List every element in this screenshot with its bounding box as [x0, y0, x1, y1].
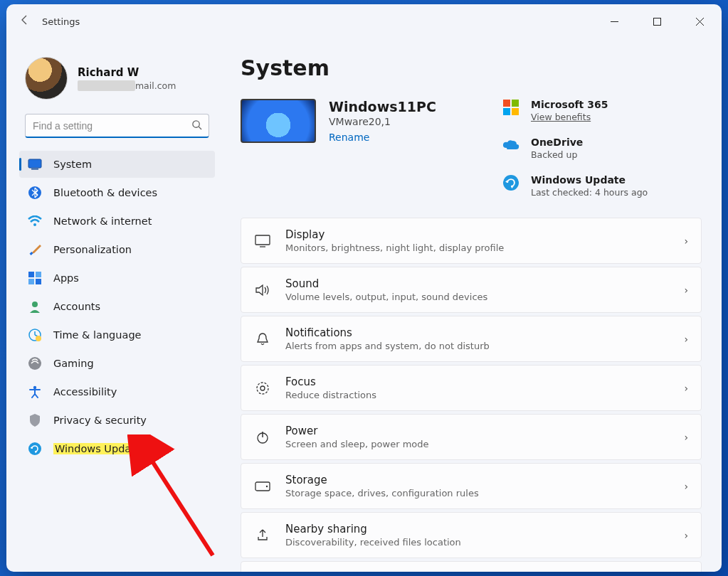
svg-rect-7 — [28, 272, 34, 277]
main-panel: System Windows11PC VMware20,1 Rename Mic… — [223, 38, 722, 572]
setting-sub: Reduce distractions — [285, 390, 670, 400]
setting-nearby-sharing[interactable]: Nearby sharingDiscoverability, received … — [241, 512, 702, 558]
maximize-button[interactable] — [640, 10, 673, 33]
setting-sub: Discoverability, received files location — [285, 537, 670, 548]
sidebar-item-label: Bluetooth & devices — [53, 187, 157, 198]
bluetooth-icon — [28, 186, 42, 200]
sidebar-item-label: System — [53, 159, 92, 170]
svg-rect-9 — [28, 279, 34, 284]
shield-icon — [28, 413, 42, 427]
sidebar-item-time-language[interactable]: Time & language — [19, 321, 215, 348]
setting-title: Power — [285, 425, 670, 437]
setting-sub: Screen and sleep, power mode — [285, 439, 670, 449]
update-icon — [28, 442, 42, 456]
setting-title: Sound — [285, 277, 670, 290]
paintbrush-icon — [28, 242, 42, 257]
sidebar-item-privacy[interactable]: Privacy & security — [19, 407, 215, 434]
sound-icon — [254, 284, 271, 297]
tile-onedrive[interactable]: OneDrive Backed up — [531, 137, 702, 160]
setting-title: Nearby sharing — [285, 523, 670, 535]
gaming-icon — [28, 356, 42, 370]
svg-rect-8 — [36, 272, 41, 277]
chevron-right-icon: › — [684, 530, 688, 541]
system-icon — [28, 157, 42, 171]
sidebar-item-personalization[interactable]: Personalization — [19, 236, 215, 263]
setting-title: Display — [285, 228, 670, 241]
power-icon — [254, 430, 271, 444]
sidebar-item-label: Personalization — [53, 244, 132, 255]
svg-point-23 — [266, 485, 268, 486]
app-title: Settings — [42, 16, 80, 27]
profile-block[interactable]: Richard W ████████mail.com — [19, 53, 215, 112]
settings-window: Settings Richard W ████████mail.com — [6, 4, 722, 572]
sidebar-item-label: Windows Update — [53, 443, 143, 454]
microsoft-logo-icon — [502, 99, 519, 116]
setting-focus[interactable]: FocusReduce distractions › — [241, 365, 702, 411]
chevron-right-icon: › — [684, 235, 688, 247]
setting-power[interactable]: PowerScreen and sleep, power mode › — [241, 414, 702, 460]
tile-sub[interactable]: View benefits — [531, 112, 702, 122]
setting-sub: Storage space, drives, configuration rul… — [285, 488, 670, 498]
svg-point-13 — [36, 336, 41, 341]
svg-rect-0 — [653, 18, 660, 25]
avatar — [25, 57, 68, 100]
sidebar-item-label: Accounts — [53, 301, 100, 312]
setting-notifications[interactable]: NotificationsAlerts from apps and system… — [241, 316, 702, 362]
sidebar-item-gaming[interactable]: Gaming — [19, 350, 215, 377]
sidebar-item-label: Accessibility — [53, 386, 117, 398]
sidebar-item-label: Gaming — [53, 358, 94, 369]
nav-list: System Bluetooth & devices Network & int… — [19, 151, 215, 462]
device-thumbnail[interactable] — [241, 99, 316, 143]
share-icon — [254, 528, 271, 543]
sidebar-item-accounts[interactable]: Accounts — [19, 293, 215, 320]
sidebar-item-system[interactable]: System — [19, 151, 215, 178]
onedrive-icon — [502, 137, 519, 154]
svg-point-5 — [33, 223, 36, 226]
close-button[interactable] — [683, 10, 716, 33]
settings-list: DisplayMonitors, brightness, night light… — [241, 218, 702, 572]
tile-ms365[interactable]: Microsoft 365 View benefits — [531, 99, 702, 122]
sidebar-item-windows-update[interactable]: Windows Update — [19, 435, 215, 462]
sidebar-item-network[interactable]: Network & internet — [19, 208, 215, 235]
sidebar: Richard W ████████mail.com System — [6, 38, 223, 572]
svg-point-1 — [193, 121, 199, 127]
setting-storage[interactable]: StorageStorage space, drives, configurat… — [241, 463, 702, 509]
tile-title: Microsoft 365 — [531, 99, 702, 110]
back-button[interactable] — [18, 14, 32, 28]
page-title: System — [241, 55, 702, 80]
sidebar-item-accessibility[interactable]: Accessibility — [19, 378, 215, 405]
setting-display[interactable]: DisplayMonitors, brightness, night light… — [241, 218, 702, 264]
tile-windows-update[interactable]: Windows Update Last checked: 4 hours ago — [531, 174, 702, 198]
chevron-right-icon: › — [684, 284, 688, 296]
globe-clock-icon — [28, 328, 42, 342]
accessibility-icon — [28, 385, 42, 399]
sidebar-item-bluetooth[interactable]: Bluetooth & devices — [19, 179, 215, 206]
sidebar-item-label: Privacy & security — [53, 415, 147, 426]
device-block: Windows11PC VMware20,1 Rename Microsoft … — [241, 99, 702, 198]
svg-point-11 — [32, 302, 38, 307]
svg-point-19 — [257, 383, 268, 394]
display-icon — [254, 235, 271, 247]
svg-point-17 — [503, 175, 519, 191]
profile-email: ████████mail.com — [78, 80, 176, 91]
rename-link[interactable]: Rename — [329, 132, 436, 143]
setting-multitasking[interactable]: Multitasking — [241, 561, 702, 572]
bell-icon — [254, 332, 271, 346]
svg-point-20 — [260, 386, 265, 390]
svg-rect-18 — [255, 235, 270, 245]
chevron-right-icon: › — [684, 432, 688, 443]
setting-title: Focus — [285, 375, 670, 388]
minimize-button[interactable] — [598, 10, 631, 33]
svg-rect-3 — [31, 169, 38, 170]
sidebar-item-label: Network & internet — [53, 215, 152, 227]
setting-sound[interactable]: SoundVolume levels, output, input, sound… — [241, 267, 702, 313]
search-input[interactable] — [25, 114, 209, 138]
focus-icon — [254, 381, 271, 395]
person-icon — [28, 299, 42, 314]
titlebar: Settings — [6, 4, 722, 38]
device-name: Windows11PC — [329, 99, 436, 114]
tile-title: OneDrive — [531, 137, 702, 148]
sidebar-item-apps[interactable]: Apps — [19, 265, 215, 292]
setting-title: Storage — [285, 474, 670, 486]
chevron-right-icon: › — [684, 334, 688, 345]
